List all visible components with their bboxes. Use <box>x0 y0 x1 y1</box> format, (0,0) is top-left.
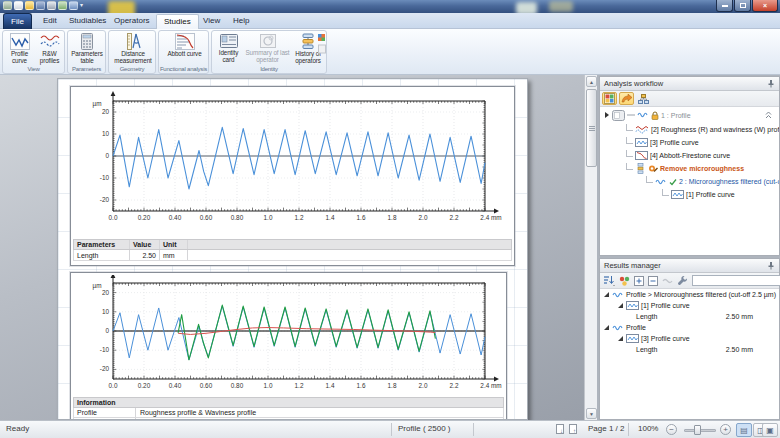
ribbon: Profile curve R&W profiles View Paramete <box>0 29 780 75</box>
workflow-item[interactable]: Remove microroughness <box>600 162 779 175</box>
tab-studies[interactable]: Studies <box>156 14 199 29</box>
undo-icon[interactable] <box>58 1 67 10</box>
document-scrollbar[interactable]: ▲ ▼ <box>584 75 597 420</box>
button-label: Abbott curve <box>161 51 208 58</box>
panel-title-text: Results manager <box>604 261 661 270</box>
wrench-icon <box>677 275 687 286</box>
search-options-button[interactable] <box>676 274 688 287</box>
print-icon[interactable] <box>47 1 56 10</box>
tab-studiables[interactable]: Studiables <box>62 14 113 29</box>
results-item[interactable]: [1] Profile curve <box>600 300 779 311</box>
rw-profiles-button[interactable]: R&W profiles <box>35 32 64 66</box>
svg-text:2.2: 2.2 <box>450 382 459 389</box>
group-label-view: View <box>3 66 64 72</box>
scrollbar-thumb[interactable] <box>586 89 597 167</box>
operators-extra-button[interactable] <box>316 32 327 62</box>
divider <box>473 423 474 436</box>
pin-icon[interactable] <box>767 79 775 88</box>
redo-icon[interactable] <box>69 1 78 10</box>
workflow-item[interactable]: [4] Abbott-Firestone curve <box>600 149 779 162</box>
collapse-icon[interactable] <box>765 111 772 119</box>
results-item[interactable]: Length2.50 mm <box>600 344 779 355</box>
workflow-item[interactable]: 2 : Microroughness filtered (cut-off 2.5… <box>600 175 779 188</box>
sort-button[interactable] <box>602 274 616 287</box>
ribbon-tab-row: File Edit Studiables Operators Studies V… <box>0 13 780 29</box>
rw-profile-frame[interactable]: 20100-10-200.00.200.400.600.801.01.21.41… <box>70 272 507 420</box>
view-mode-thumbnail-button[interactable]: ▣ <box>762 423 778 437</box>
tree-connector <box>662 189 669 196</box>
view-mode-document-button[interactable]: ▤ <box>736 423 752 437</box>
previous-page-button[interactable]: ↓ <box>556 424 566 436</box>
check-icon <box>669 178 677 186</box>
tab-help[interactable]: Help <box>226 14 256 29</box>
expand-arrow-icon[interactable] <box>618 336 623 341</box>
distance-measurement-button[interactable]: Distance measurement <box>111 32 155 66</box>
save-icon[interactable] <box>36 1 45 10</box>
expand-all-button[interactable] <box>633 274 645 287</box>
boxabbott-icon <box>635 151 648 160</box>
svg-text:-10: -10 <box>100 174 110 181</box>
header-cell <box>188 240 511 249</box>
scroll-up-button[interactable]: ▲ <box>586 76 597 87</box>
workflow-item-label: [2] Roughness (R) and waviness (W) profi… <box>651 126 779 133</box>
open-icon[interactable] <box>25 1 34 10</box>
button-label: Summary of last operator <box>245 50 290 64</box>
header-cell: Parameters <box>74 240 130 249</box>
quick-access-dropdown-icon[interactable]: ▾ <box>80 1 83 10</box>
svg-text:0.20: 0.20 <box>138 214 151 221</box>
results-item[interactable]: [3] Profile curve <box>600 333 779 344</box>
workflow-item-label: [1] Profile curve <box>686 191 735 198</box>
workflow-item[interactable]: [2] Roughness (R) and waviness (W) profi… <box>600 123 779 136</box>
results-item[interactable]: Profile <box>600 322 779 333</box>
svg-text:0: 0 <box>105 152 109 159</box>
minimize-button[interactable] <box>716 0 733 12</box>
svg-text:2.0: 2.0 <box>419 214 428 221</box>
filter-results-button[interactable] <box>618 274 631 287</box>
tab-edit[interactable]: Edit <box>36 14 64 29</box>
svg-text:µm: µm <box>92 282 101 290</box>
next-page-button[interactable]: ↑ <box>569 424 579 436</box>
parameters-table-button[interactable]: Parameters table <box>69 32 105 66</box>
app-icon <box>3 1 12 10</box>
profile-curve-button[interactable]: Profile curve <box>5 32 34 66</box>
profile-curve-frame[interactable]: 20100-10-200.00.200.400.600.801.01.21.41… <box>70 86 515 266</box>
svg-text:-20: -20 <box>100 196 110 203</box>
expand-arrow-icon[interactable] <box>604 325 609 330</box>
svg-text:0.0: 0.0 <box>109 214 118 221</box>
expand-arrow-icon[interactable] <box>604 292 609 297</box>
svg-text:10: 10 <box>102 308 110 315</box>
scroll-down-button[interactable]: ▼ <box>586 408 597 419</box>
zoom-slider-thumb[interactable] <box>694 425 701 435</box>
results-item[interactable]: Profile > Microroughness filtered (cut-o… <box>600 289 779 300</box>
collapse-all-button[interactable] <box>647 274 659 287</box>
workflow-item[interactable]: 1 : Profile <box>600 107 779 123</box>
new-document-icon[interactable] <box>14 1 23 10</box>
workflow-minimize-button[interactable] <box>602 92 617 105</box>
identity-card-button[interactable]: Identity card <box>213 32 244 66</box>
results-search-input[interactable] <box>692 275 780 286</box>
tab-view[interactable]: View <box>196 14 227 29</box>
workflow-hierarchy-button[interactable] <box>636 92 651 105</box>
expand-arrow-icon[interactable] <box>618 303 623 308</box>
svg-text:-10: -10 <box>100 346 110 353</box>
workflow-item[interactable]: [1] Profile curve <box>600 188 779 201</box>
results-item[interactable]: Length2.50 mm <box>600 311 779 322</box>
summary-of-last-operator-button: Summary of last operator <box>245 32 290 66</box>
profile-chart-top: 20100-10-200.00.200.400.600.801.01.21.41… <box>71 89 514 237</box>
workflow-item[interactable]: [3] Profile curve <box>600 136 779 149</box>
restore-button[interactable] <box>734 0 751 12</box>
table-row: Profile Roughness profile & Waviness pro… <box>73 408 504 418</box>
result-value: 2.50 mm <box>726 346 753 353</box>
close-button[interactable]: × <box>752 0 778 12</box>
abbott-curve-button[interactable]: Abbott curve <box>161 32 208 66</box>
workflow-mode-button[interactable] <box>619 92 634 105</box>
tab-file[interactable]: File <box>3 13 32 29</box>
svg-text:10: 10 <box>102 130 110 137</box>
zoom-out-button[interactable]: − <box>666 424 677 435</box>
group-label-functional-analysis: Functional analysis <box>159 66 208 72</box>
pin-icon[interactable] <box>767 261 775 270</box>
parameters-table-header: Parameters Value Unit <box>73 239 512 250</box>
tab-operators[interactable]: Operators <box>107 14 157 29</box>
zoom-in-button[interactable]: + <box>720 424 731 435</box>
flow-icon <box>635 163 646 174</box>
